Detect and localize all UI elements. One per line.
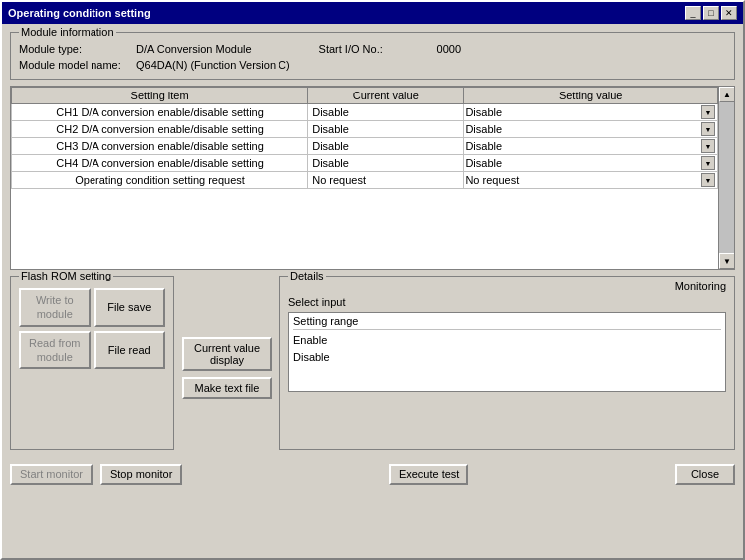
table-wrapper: Setting item Current value Setting value… <box>11 87 718 189</box>
current-value-cell: Disable <box>308 121 464 138</box>
center-buttons: Current valuedisplay Make text file <box>182 276 272 450</box>
execute-test-button[interactable]: Execute test <box>389 464 469 485</box>
bottom-bar: Start monitor Stop monitor Execute test … <box>2 458 743 491</box>
setting-value-cell[interactable]: Disable▼ <box>464 104 718 121</box>
window-title: Operating condition setting <box>8 7 151 19</box>
bottom-section: Flash ROM setting Write tomodule File sa… <box>10 276 735 450</box>
module-info-content: Module type: D/A Conversion Module Start… <box>19 37 726 71</box>
setting-item-cell: CH3 D/A conversion enable/disable settin… <box>12 138 308 155</box>
table-row: CH4 D/A conversion enable/disable settin… <box>12 155 718 172</box>
table-row: CH2 D/A conversion enable/disable settin… <box>12 121 718 138</box>
table-row: Operating condition setting requestNo re… <box>12 172 718 189</box>
setting-item-cell: CH4 D/A conversion enable/disable settin… <box>12 155 308 172</box>
stop-monitor-button[interactable]: Stop monitor <box>100 464 182 485</box>
title-bar-buttons: _ □ ✕ <box>685 6 737 20</box>
dropdown-arrow-icon[interactable]: ▼ <box>701 156 715 170</box>
model-name-label: Module model name: <box>19 59 128 71</box>
module-type-row: Module type: D/A Conversion Module Start… <box>19 43 726 55</box>
minimize-button[interactable]: _ <box>685 6 701 20</box>
setting-item-cell: CH2 D/A conversion enable/disable settin… <box>12 121 308 138</box>
setting-value-cell[interactable]: Disable▼ <box>464 121 718 138</box>
file-read-button[interactable]: File read <box>94 331 166 370</box>
setting-value-cell[interactable]: Disable▼ <box>464 155 718 172</box>
write-to-module-button[interactable]: Write tomodule <box>19 288 91 327</box>
model-name-value: Q64DA(N) (Function Version C) <box>136 59 290 71</box>
current-value-cell: No request <box>308 172 464 189</box>
dropdown-arrow-icon[interactable]: ▼ <box>701 105 715 119</box>
maximize-button[interactable]: □ <box>703 6 719 20</box>
setting-value-cell[interactable]: No request▼ <box>464 172 718 189</box>
setting-item-cell: Operating condition setting request <box>12 172 308 189</box>
start-io-value: 0000 <box>437 43 461 55</box>
flash-rom-buttons: Write tomodule File save Read frommodule… <box>19 288 165 369</box>
details-group: Details Monitoring Select input Setting … <box>279 276 735 450</box>
current-value-cell: Disable <box>308 104 464 121</box>
flash-rom-label: Flash ROM setting <box>19 270 113 281</box>
module-type-value: D/A Conversion Module <box>136 43 252 55</box>
close-button-bottom[interactable]: Close <box>675 464 735 485</box>
col-header-setting-val: Setting value <box>464 88 718 104</box>
start-monitor-button[interactable]: Start monitor <box>10 464 93 485</box>
vertical-scrollbar[interactable]: ▲ ▼ <box>718 87 734 269</box>
make-text-file-button[interactable]: Make text file <box>182 377 272 399</box>
window-content: Module information Module type: D/A Conv… <box>2 24 743 458</box>
dropdown-arrow-icon[interactable]: ▼ <box>701 173 715 187</box>
table-row: CH1 D/A conversion enable/disable settin… <box>12 104 718 121</box>
col-header-current: Current value <box>308 88 464 104</box>
module-type-label: Module type: <box>19 43 128 55</box>
select-input-label: Select input <box>288 296 726 308</box>
settings-table: Setting item Current value Setting value… <box>11 87 718 189</box>
setting-value-cell[interactable]: Disable▼ <box>464 138 718 155</box>
read-from-module-button[interactable]: Read frommodule <box>19 331 91 370</box>
setting-range-header: Setting range <box>293 315 721 330</box>
setting-range-box: Setting range EnableDisable <box>288 312 726 392</box>
setting-range-item[interactable]: Disable <box>293 349 721 366</box>
model-name-row: Module model name: Q64DA(N) (Function Ve… <box>19 59 726 71</box>
flash-rom-group: Flash ROM setting Write tomodule File sa… <box>10 276 174 450</box>
close-button[interactable]: ✕ <box>721 6 737 20</box>
dropdown-arrow-icon[interactable]: ▼ <box>701 122 715 136</box>
setting-range-item[interactable]: Enable <box>293 332 721 349</box>
main-window: Operating condition setting _ □ ✕ Module… <box>0 0 745 560</box>
table-row: CH3 D/A conversion enable/disable settin… <box>12 138 718 155</box>
file-save-button[interactable]: File save <box>94 288 166 327</box>
dropdown-arrow-icon[interactable]: ▼ <box>701 139 715 153</box>
settings-table-container: Setting item Current value Setting value… <box>10 86 735 270</box>
details-label: Details <box>288 270 326 281</box>
scroll-up-button[interactable]: ▲ <box>719 87 735 102</box>
bottom-left-buttons: Start monitor Stop monitor <box>10 464 182 485</box>
setting-items-list: EnableDisable <box>293 332 721 365</box>
title-bar: Operating condition setting _ □ ✕ <box>2 2 743 24</box>
scroll-down-button[interactable]: ▼ <box>719 253 735 269</box>
setting-item-cell: CH1 D/A conversion enable/disable settin… <box>12 104 308 121</box>
bottom-right-buttons: Close <box>675 464 735 485</box>
current-value-cell: Disable <box>308 138 464 155</box>
monitoring-status: Monitoring <box>288 280 726 292</box>
current-value-display-button[interactable]: Current valuedisplay <box>182 337 272 371</box>
start-io-label: Start I/O No.: <box>319 43 429 55</box>
col-header-setting: Setting item <box>12 88 308 104</box>
module-info-group: Module information Module type: D/A Conv… <box>10 32 735 80</box>
current-value-cell: Disable <box>308 155 464 172</box>
module-info-label: Module information <box>19 26 116 38</box>
scroll-track <box>719 102 734 253</box>
